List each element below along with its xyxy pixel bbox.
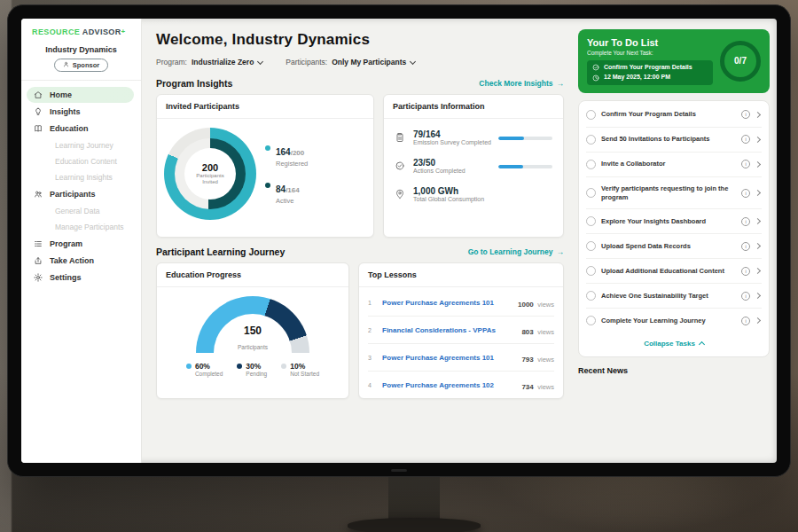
info-value: 1,000 GWh: [413, 186, 491, 196]
info-icon[interactable]: [741, 242, 750, 251]
sponsor-badge[interactable]: Sponsor: [54, 59, 108, 72]
info-icon[interactable]: [741, 189, 750, 198]
sidebar-item-general-data[interactable]: General Data: [27, 203, 134, 219]
task-label: Explore Your Insights Dashboard: [601, 217, 736, 226]
checkbox-circle[interactable]: [586, 266, 596, 276]
logo-text-secondary: ADVISOR: [82, 27, 121, 36]
info-row-emission-survey: 79/164 Emission Survey Completed: [395, 129, 552, 145]
task-row[interactable]: Send 50 Invitations to Participants: [586, 128, 762, 153]
sidebar-item-learning-insights[interactable]: Learning Insights: [27, 169, 134, 185]
go-to-learning-journey-link[interactable]: Go to Learning Journey: [468, 247, 564, 256]
checkbox-circle[interactable]: [586, 160, 596, 169]
views-label: views: [537, 328, 554, 336]
lesson-views: 734: [521, 383, 533, 391]
sponsor-badge-label: Sponsor: [73, 61, 99, 69]
gauge-center-label: Participants: [238, 344, 268, 350]
info-icon[interactable]: [741, 110, 750, 119]
info-icon[interactable]: [741, 317, 750, 325]
legend-total: /164: [286, 186, 300, 194]
sidebar-item-label: Take Action: [50, 256, 94, 265]
chevron-right-icon: [755, 317, 761, 324]
checkbox-circle[interactable]: [586, 241, 596, 251]
checkbox-circle[interactable]: [586, 216, 596, 226]
list-icon: [34, 239, 43, 248]
task-label: Send 50 Invitations to Participants: [601, 135, 736, 144]
sidebar-item-learning-journey[interactable]: Learning Journey: [27, 137, 134, 153]
checkbox-circle[interactable]: [586, 110, 596, 120]
lesson-link[interactable]: Financial Considerations - VPPAs: [382, 326, 514, 334]
chevron-right-icon: [755, 190, 761, 196]
logo-plus: +: [121, 27, 126, 35]
task-row[interactable]: Verify participants requesting to join t…: [586, 177, 762, 210]
sidebar: RESOURCE ADVISOR+ Industry Dynamics Spon…: [21, 19, 142, 463]
app-logo: RESOURCE ADVISOR+: [21, 27, 141, 43]
sidebar-item-label: Program: [50, 239, 82, 248]
info-icon[interactable]: [741, 292, 750, 301]
info-icon[interactable]: [741, 217, 750, 226]
info-row-global-consumption: 1,000 GWh Total Global Consumption: [395, 186, 552, 202]
education-progress-gauge: 150 Participants: [196, 296, 309, 353]
check-more-insights-link[interactable]: Check More Insights: [479, 79, 564, 88]
person-icon: [63, 61, 69, 69]
task-row[interactable]: Upload Spend Data Records: [586, 234, 762, 259]
people-icon: [34, 190, 43, 199]
checkbox-circle[interactable]: [586, 316, 596, 325]
sidebar-item-education[interactable]: Education: [27, 121, 134, 137]
dashboard-screen: RESOURCE ADVISOR+ Industry Dynamics Spon…: [21, 19, 777, 463]
filter-bar: Program: Industrialize Zero Participants…: [156, 58, 564, 66]
participants-filter[interactable]: Participants: Only My Participants: [286, 58, 415, 66]
legend-pct: 10%: [290, 362, 305, 371]
sidebar-item-program[interactable]: Program: [27, 236, 134, 252]
task-row[interactable]: Invite a Collaborator: [586, 153, 762, 177]
sidebar-item-home[interactable]: Home: [27, 87, 134, 103]
sidebar-item-insights[interactable]: Insights: [27, 104, 134, 120]
todo-column: Your To Do List Complete Your Next Task:…: [575, 19, 777, 463]
monitor-stand-base: [348, 518, 481, 532]
task-row[interactable]: Upload Additional Educational Content: [586, 259, 762, 284]
next-task-label: Confirm Your Program Details: [604, 64, 692, 71]
info-icon[interactable]: [741, 267, 750, 276]
task-label: Complete Your Learning Journey: [601, 317, 736, 325]
task-row[interactable]: Confirm Your Program Details: [586, 103, 762, 128]
legend-dot: [265, 183, 270, 188]
clipboard-icon: [395, 132, 406, 143]
legend-dot: [281, 364, 286, 369]
todo-title: Your To Do List: [587, 37, 713, 48]
collapse-tasks-link[interactable]: Collapse Tasks: [586, 332, 762, 355]
sidebar-nav: Home Insights Education Learning Journey…: [21, 86, 141, 286]
filter-value: Industrialize Zero: [192, 58, 254, 66]
sidebar-item-education-content[interactable]: Education Content: [27, 153, 134, 169]
todo-progress-value: 0/7: [734, 56, 747, 66]
chevron-right-icon: [755, 218, 761, 224]
donut-center-label: Participants Invited: [192, 173, 229, 186]
todo-progress-ring: 0/7: [720, 41, 761, 82]
checkbox-circle[interactable]: [586, 188, 596, 198]
info-icon[interactable]: [741, 160, 750, 168]
program-filter[interactable]: Program: Industrialize Zero: [156, 58, 262, 66]
legend-label: Completed: [195, 371, 223, 377]
sidebar-item-settings[interactable]: Settings: [27, 270, 134, 286]
sidebar-item-manage-participants[interactable]: Manage Participants: [27, 219, 134, 235]
progress-bar: [498, 165, 552, 168]
info-icon[interactable]: [741, 135, 750, 144]
sidebar-item-take-action[interactable]: Take Action: [27, 253, 134, 269]
recent-news-title: Recent News: [578, 366, 770, 375]
checkbox-circle[interactable]: [586, 135, 596, 145]
lightbulb-icon: [34, 107, 43, 116]
lesson-link[interactable]: Power Purchase Agreements 102: [382, 381, 514, 389]
task-row[interactable]: Complete Your Learning Journey: [586, 309, 762, 332]
sidebar-item-participants[interactable]: Participants: [27, 186, 134, 202]
checkbox-circle[interactable]: [586, 291, 596, 301]
task-row[interactable]: Achieve One Sustainability Target: [586, 284, 762, 309]
invited-participants-card: Invited Participants 200 Participants In…: [156, 94, 374, 238]
info-value: 79/164: [413, 129, 491, 139]
chevron-down-icon: [257, 58, 263, 64]
task-row[interactable]: Explore Your Insights Dashboard: [586, 209, 762, 234]
legend-label: Active: [276, 197, 300, 205]
lesson-link[interactable]: Power Purchase Agreements 101: [382, 354, 514, 362]
next-task-box[interactable]: Confirm Your Program Details 12 May 2025…: [587, 60, 713, 85]
chevron-right-icon: [755, 243, 761, 249]
lesson-link[interactable]: Power Purchase Agreements 101: [382, 299, 511, 307]
location-pin-icon: [395, 189, 406, 200]
task-label: Verify participants requesting to join t…: [601, 184, 736, 202]
